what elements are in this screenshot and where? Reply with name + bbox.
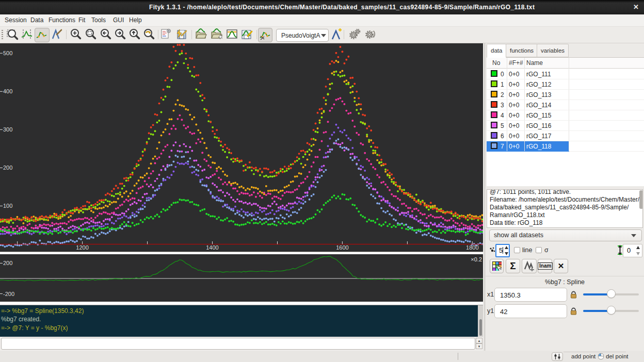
svg-text:300: 300 [3,126,12,133]
svg-text:100: 100 [3,203,12,209]
svg-text:1400: 1400 [206,244,218,251]
svg-text:-200: -200 [3,291,14,297]
svg-text:400: 400 [3,88,12,94]
svg-text:500: 500 [3,50,12,56]
svg-text:200: 200 [3,260,12,266]
svg-text:200: 200 [3,164,12,171]
svg-text:×0.2: ×0.2 [471,256,482,262]
svg-text:1200: 1200 [76,244,88,251]
svg-text:1600: 1600 [336,244,348,251]
svg-text:1800: 1800 [466,244,478,251]
